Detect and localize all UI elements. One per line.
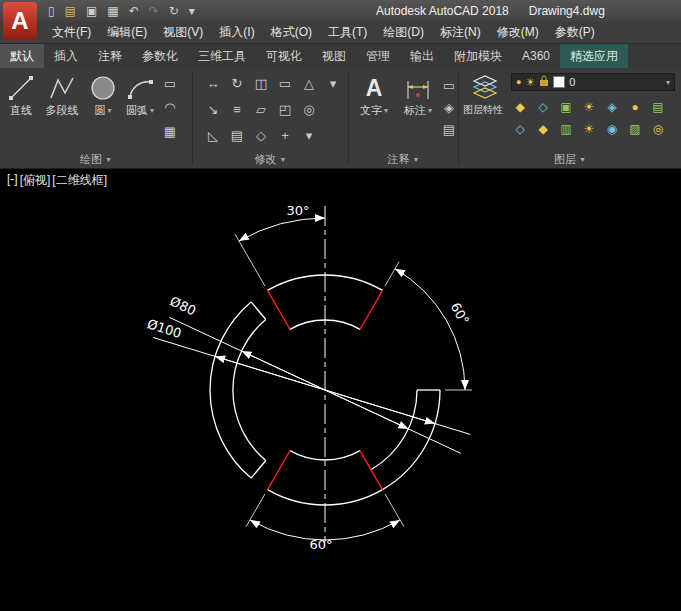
text-dropdown-icon[interactable]: ▾	[384, 104, 388, 117]
arc-tool-button[interactable]: 圆弧▾	[122, 72, 158, 117]
layer-state-icon[interactable]: ◆	[511, 100, 529, 114]
tab-3dtools[interactable]: 三维工具	[188, 44, 256, 68]
draw-panel-title[interactable]: 绘图 ▼	[0, 151, 192, 168]
rectangle-tool-icon[interactable]: ▭	[160, 74, 180, 93]
modify-row3-dropdown-icon[interactable]: ▾	[299, 126, 319, 145]
modify-panel-expand-icon[interactable]: ▼	[280, 156, 287, 163]
open-file-icon[interactable]: ▤	[65, 0, 76, 22]
menu-file[interactable]: 文件(F)	[44, 21, 99, 44]
top-slot-right-chamfer-line[interactable]	[360, 290, 383, 329]
layer-unlock-icon[interactable]: ☀	[580, 122, 598, 136]
layer-prev-icon[interactable]: ●	[626, 100, 644, 114]
circle-tool-button[interactable]: 圆▾	[86, 72, 120, 117]
offset-tool-icon[interactable]: ◎	[299, 100, 319, 119]
annotate-panel-expand-icon[interactable]: ▼	[413, 156, 420, 163]
layer-isolate-icon[interactable]: ◇	[534, 100, 552, 114]
top-slot-left-chamfer-line[interactable]	[268, 290, 291, 329]
menu-modify[interactable]: 修改(M)	[489, 21, 547, 44]
join-tool-icon[interactable]: +	[275, 126, 295, 145]
annotate-panel-title[interactable]: 注释 ▼	[349, 151, 458, 168]
viewport-visual-style-control[interactable]: [二维线框]	[51, 172, 108, 189]
trim-tool-icon[interactable]: ◫	[251, 74, 271, 93]
tab-featured-apps[interactable]: 精选应用	[560, 44, 628, 68]
layers-panel-expand-icon[interactable]: ▼	[579, 156, 586, 163]
stretch-tool-icon[interactable]: ↘	[203, 100, 223, 119]
dimension-dropdown-icon[interactable]: ▾	[428, 104, 432, 117]
workspace-icon[interactable]: ↻	[169, 0, 179, 22]
draw-panel-expand-icon[interactable]: ▼	[105, 156, 112, 163]
qat-dropdown-icon[interactable]: ▾	[189, 0, 195, 22]
bottom-slot-left-chamfer-line[interactable]	[268, 451, 291, 490]
tab-addins[interactable]: 附加模块	[444, 44, 512, 68]
scale-tool-icon[interactable]: ▱	[251, 100, 271, 119]
array-tool-icon[interactable]: ◰	[275, 100, 295, 119]
undo-icon[interactable]: ↶	[129, 0, 139, 22]
annotation-extra-icon[interactable]: ▤	[439, 120, 459, 139]
leader-tool-icon[interactable]: ▭	[439, 76, 459, 95]
dimension-tool-button[interactable]: 标注▾	[399, 72, 437, 117]
menu-edit[interactable]: 编辑(E)	[99, 21, 155, 44]
right-angle-dimension-arc[interactable]	[395, 269, 465, 390]
redo-icon[interactable]: ↷	[149, 0, 159, 22]
layer-properties-button[interactable]: 图层特性	[463, 72, 507, 115]
layer-on-bulb-icon[interactable]: ●	[516, 77, 521, 87]
text-tool-button[interactable]: A 文字▾	[355, 72, 393, 117]
menu-format[interactable]: 格式(O)	[263, 21, 320, 44]
layer-thaw-icon[interactable]: ◆	[534, 122, 552, 136]
layer-walk-icon[interactable]: ◉	[603, 122, 621, 136]
part-left-top-end-line[interactable]	[251, 302, 266, 320]
layer-on-tool-icon[interactable]: ☀	[580, 100, 598, 114]
fillet-tool-icon[interactable]: ◺	[203, 126, 223, 145]
save-icon[interactable]: ▣	[86, 0, 97, 22]
rotate-tool-icon[interactable]: ↻	[227, 74, 247, 93]
tab-view[interactable]: 视图	[312, 44, 356, 68]
tab-manage[interactable]: 管理	[356, 44, 400, 68]
menu-parametric[interactable]: 参数(P)	[547, 21, 603, 44]
layer-match-icon[interactable]: ◈	[603, 100, 621, 114]
layer-freeze-sun-icon[interactable]: ☀	[525, 76, 535, 89]
menu-draw[interactable]: 绘图(D)	[375, 21, 432, 44]
plot-icon[interactable]: ▦	[107, 0, 118, 22]
menu-tools[interactable]: 工具(T)	[320, 21, 375, 44]
diameter-dimensions[interactable]	[153, 317, 470, 453]
tab-parametric[interactable]: 参数化	[132, 44, 188, 68]
layer-lock-tool-icon[interactable]: ▥	[557, 122, 575, 136]
layer-dropdown-icon[interactable]: ▾	[666, 78, 670, 87]
viewport-menu-control[interactable]: [-]	[6, 172, 19, 189]
dia80-dimension-text[interactable]: Ø80	[168, 293, 199, 318]
application-menu-button[interactable]: A	[3, 2, 37, 40]
chamfer-tool-icon[interactable]: ◇	[251, 126, 271, 145]
polyline-tool-button[interactable]: 多段线	[40, 72, 84, 117]
tab-visualize[interactable]: 可视化	[256, 44, 312, 68]
layer-merge-icon[interactable]: ▤	[649, 100, 667, 114]
layer-vpfreeze-icon[interactable]: ▨	[626, 122, 644, 136]
tab-insert[interactable]: 插入	[44, 44, 88, 68]
layer-color-swatch[interactable]	[553, 76, 565, 88]
circle-dropdown-icon[interactable]: ▾	[107, 104, 111, 117]
explode-tool-icon[interactable]: ▤	[227, 126, 247, 145]
mirror-tool-icon[interactable]: ≡	[227, 100, 247, 119]
ellipse-arc-tool-icon[interactable]: ◠	[160, 98, 180, 117]
layer-lock-icon[interactable]	[539, 75, 549, 89]
layer-off-icon[interactable]: ◇	[511, 122, 529, 136]
part-left-outer-arc[interactable]	[210, 302, 251, 478]
part-left-bottom-end-line[interactable]	[251, 461, 266, 479]
tab-default[interactable]: 默认	[0, 44, 44, 68]
layer-freeze-tool-icon[interactable]: ▣	[557, 100, 575, 114]
copy-tool-icon[interactable]: △	[299, 74, 319, 93]
layer-delete-icon[interactable]: ◎	[649, 122, 667, 136]
hatch-tool-icon[interactable]: ▦	[160, 122, 180, 141]
menu-view[interactable]: 视图(V)	[155, 21, 211, 44]
menu-dimension[interactable]: 标注(N)	[432, 21, 489, 44]
bottom-angle-dimension-text[interactable]: 60°	[309, 537, 332, 552]
new-file-icon[interactable]: ▯	[48, 0, 55, 22]
right-angle-dimension-text[interactable]: 60°	[448, 300, 473, 327]
menu-insert[interactable]: 插入(I)	[211, 21, 262, 44]
arc-dropdown-icon[interactable]: ▾	[150, 104, 154, 117]
table-tool-icon[interactable]: ◈	[439, 98, 459, 117]
top-angle-dimension-arc[interactable]	[239, 218, 325, 241]
viewport-view-control[interactable]: [俯视]	[19, 172, 52, 189]
modify-panel-title[interactable]: 修改 ▼	[193, 151, 348, 168]
modify-row1-dropdown-icon[interactable]: ▾	[323, 74, 343, 93]
layers-panel-title[interactable]: 图层 ▼	[459, 151, 681, 168]
